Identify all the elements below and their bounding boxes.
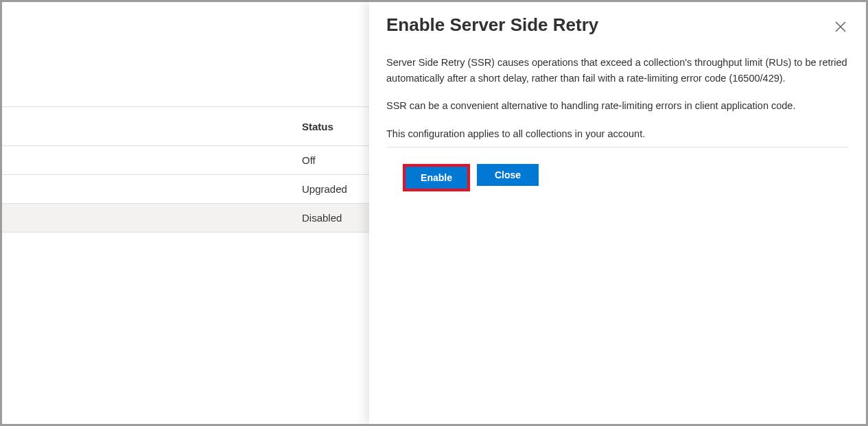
column-header-status: Status: [302, 121, 333, 132]
status-cell: Disabled: [302, 212, 342, 224]
status-cell: Upgraded: [302, 183, 347, 195]
panel-description-1: Server Side Retry (SSR) causes operation…: [386, 55, 849, 86]
panel-description-3: This configuration applies to all collec…: [386, 126, 849, 147]
side-panel: Enable Server Side Retry Server Side Ret…: [369, 2, 866, 424]
panel-description-2: SSR can be a convenient alternative to h…: [386, 98, 849, 113]
status-cell: Off: [302, 154, 316, 166]
table-row[interactable]: Upgraded: [2, 175, 369, 204]
button-row: Enable Close: [386, 164, 849, 191]
table-row[interactable]: Disabled: [2, 204, 369, 233]
table-row[interactable]: Off: [2, 146, 369, 175]
panel-body: Server Side Retry (SSR) causes operation…: [386, 55, 849, 191]
close-panel-button[interactable]: [832, 19, 849, 35]
enable-highlight: Enable: [403, 164, 470, 191]
close-button[interactable]: Close: [477, 164, 539, 186]
enable-button[interactable]: Enable: [406, 167, 467, 189]
table-header-row: Status: [2, 106, 369, 146]
panel-title: Enable Server Side Retry: [386, 14, 598, 36]
close-icon: [835, 21, 846, 32]
main-content: Status Off Upgraded Disabled: [2, 2, 369, 424]
panel-header: Enable Server Side Retry: [386, 14, 849, 36]
